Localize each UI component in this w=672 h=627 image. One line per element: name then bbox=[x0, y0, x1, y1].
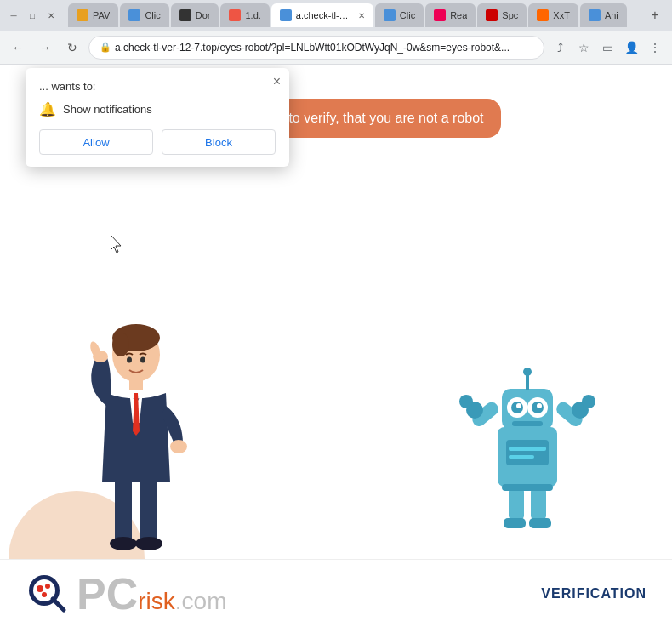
svg-point-11 bbox=[127, 357, 132, 363]
notification-row: 🔔 Show notifications bbox=[39, 101, 276, 117]
notification-popup: × ... wants to: 🔔 Show notifications All… bbox=[26, 68, 289, 167]
svg-rect-14 bbox=[506, 440, 549, 465]
bookmark-icon[interactable]: ☆ bbox=[573, 37, 594, 58]
svg-point-2 bbox=[112, 333, 129, 356]
svg-rect-26 bbox=[512, 421, 543, 426]
svg-rect-16 bbox=[509, 455, 534, 459]
browser-tab[interactable]: Clic bbox=[120, 3, 168, 27]
tab-close-icon[interactable]: ✕ bbox=[358, 11, 365, 20]
com-text: .com bbox=[175, 588, 227, 614]
close-btn[interactable]: ✕ bbox=[44, 9, 58, 22]
svg-point-12 bbox=[140, 357, 145, 363]
address-bar: ← → ↻ 🔒 a.check-tl-ver-12-7.top/eyes-rob… bbox=[0, 31, 672, 65]
address-url: a.check-tl-ver-12-7.top/eyes-robot/?pl=L… bbox=[115, 42, 510, 54]
svg-rect-34 bbox=[531, 487, 546, 521]
forward-button[interactable]: → bbox=[34, 37, 56, 59]
browser-tab[interactable]: Spc bbox=[477, 3, 527, 27]
page-footer: PCrisk.com VERIFICATION bbox=[0, 559, 672, 627]
pc-text: PC bbox=[77, 569, 138, 618]
minimize-btn[interactable]: ─ bbox=[7, 9, 20, 22]
svg-point-41 bbox=[45, 584, 50, 589]
verification-label: VERIFICATION bbox=[541, 586, 646, 601]
lock-icon: 🔒 bbox=[100, 42, 111, 53]
tabs-bar: PAV Clic Dor 1.d. a.check-tl-ver-12-7.to… bbox=[68, 3, 641, 27]
svg-point-25 bbox=[537, 403, 542, 408]
svg-rect-15 bbox=[509, 447, 546, 451]
popup-buttons: Allow Block bbox=[39, 129, 276, 155]
footer-logo: PCrisk.com bbox=[26, 572, 226, 616]
svg-rect-36 bbox=[529, 518, 551, 528]
footer-logo-text: PCrisk.com bbox=[77, 572, 226, 616]
svg-point-19 bbox=[523, 368, 532, 376]
menu-icon[interactable]: ⋮ bbox=[645, 37, 665, 58]
svg-point-9 bbox=[110, 537, 137, 550]
browser-tab[interactable]: PAV bbox=[68, 3, 118, 27]
title-bar: ─ □ ✕ PAV Clic Dor 1.d. a.check-tl-ver-1… bbox=[0, 0, 672, 31]
bell-icon: 🔔 bbox=[39, 101, 56, 117]
back-button[interactable]: ← bbox=[7, 37, 29, 59]
svg-point-42 bbox=[42, 592, 47, 597]
reload-button[interactable]: ↻ bbox=[61, 37, 83, 59]
svg-point-6 bbox=[170, 440, 187, 453]
svg-rect-37 bbox=[502, 484, 553, 491]
svg-point-24 bbox=[516, 403, 521, 408]
page-content: × ... wants to: 🔔 Show notifications All… bbox=[0, 65, 672, 627]
svg-rect-8 bbox=[140, 478, 157, 542]
profile-icon[interactable]: 👤 bbox=[621, 37, 641, 58]
svg-line-43 bbox=[53, 599, 64, 610]
popup-title: ... wants to: bbox=[39, 80, 276, 93]
person-figure bbox=[51, 312, 221, 559]
pcrisk-logo-icon bbox=[26, 572, 70, 616]
robot-figure bbox=[451, 355, 604, 542]
address-input[interactable]: 🔒 a.check-tl-ver-12-7.top/eyes-robot/?pl… bbox=[88, 36, 544, 60]
browser-tab[interactable]: Clic bbox=[375, 3, 424, 27]
risk-text: risk bbox=[138, 588, 175, 614]
svg-point-32 bbox=[582, 395, 595, 408]
window-controls: ─ □ ✕ bbox=[7, 9, 58, 22]
block-button[interactable]: Block bbox=[162, 129, 276, 155]
svg-point-10 bbox=[135, 537, 162, 550]
svg-point-31 bbox=[459, 395, 473, 408]
browser-tab[interactable]: Dor bbox=[171, 3, 219, 27]
svg-rect-3 bbox=[129, 379, 143, 390]
browser-tab[interactable]: a.check-tl-ver-12-7.top ✕ bbox=[271, 3, 373, 27]
maximize-btn[interactable]: □ bbox=[26, 9, 39, 22]
browser-tab[interactable]: Ani bbox=[580, 3, 627, 27]
browser-tab[interactable]: XxT bbox=[528, 3, 578, 27]
allow-button[interactable]: Allow bbox=[39, 129, 153, 155]
cursor bbox=[111, 235, 124, 254]
browser-tab[interactable]: 1.d. bbox=[220, 3, 269, 27]
new-tab-button[interactable]: + bbox=[645, 5, 665, 26]
share-icon[interactable]: ⤴ bbox=[550, 37, 570, 58]
browser-tab[interactable]: Rea bbox=[425, 3, 476, 27]
svg-rect-35 bbox=[504, 518, 526, 528]
sidebar-icon[interactable]: ▭ bbox=[597, 37, 618, 58]
notification-label: Show notifications bbox=[63, 103, 152, 116]
svg-rect-7 bbox=[115, 478, 132, 542]
popup-close-button[interactable]: × bbox=[273, 75, 281, 88]
toolbar-icons: ⤴ ☆ ▭ 👤 ⋮ bbox=[550, 37, 665, 58]
svg-point-40 bbox=[37, 585, 43, 592]
svg-rect-33 bbox=[509, 487, 524, 521]
